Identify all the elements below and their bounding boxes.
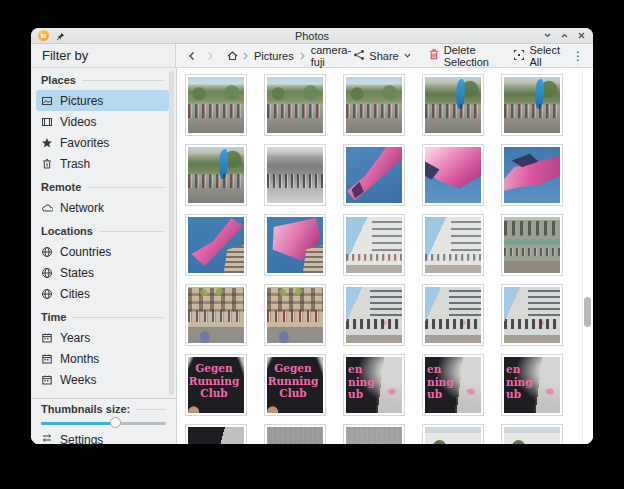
delete-selection-button[interactable]: Delete Selection [428, 44, 500, 68]
photo-thumbnail[interactable] [422, 424, 484, 444]
thumbnails-size-slider[interactable] [41, 417, 166, 429]
grid-scrollbar[interactable] [584, 297, 591, 327]
photo-thumbnail[interactable] [185, 214, 247, 276]
photo-street-crowd [504, 287, 560, 343]
slider-handle[interactable] [110, 417, 121, 428]
photo-thumbnail[interactable] [343, 144, 405, 206]
sidebar-item-videos[interactable]: Videos [36, 111, 169, 132]
minimize-button[interactable] [543, 31, 552, 40]
toolbar: Pictures camera-fuji Share Delete Select… [176, 44, 593, 67]
photo-thumbnail[interactable] [185, 144, 247, 206]
photo-thumbnail[interactable] [343, 424, 405, 444]
share-button[interactable]: Share [353, 49, 411, 63]
settings-icon [41, 432, 53, 444]
sidebar-item-network[interactable]: Network [36, 197, 169, 218]
photo-thumbnail[interactable] [185, 284, 247, 346]
settings-button[interactable]: Settings [41, 432, 166, 444]
photo-crowd-park [346, 77, 402, 133]
sidebar-item-days[interactable]: Days [36, 390, 169, 396]
sidebar-item-weeks[interactable]: Weeks [36, 369, 169, 390]
photo-thumbnail[interactable] [422, 74, 484, 136]
photo-beige-runners [188, 287, 244, 343]
sidebar-item-cities[interactable]: Cities [36, 283, 169, 304]
photo-thumbnail[interactable]: en ning ub [501, 354, 563, 416]
photo-thumbnail[interactable] [264, 144, 326, 206]
sidebar-item-label: Weeks [60, 373, 96, 387]
photo-thumbnail[interactable] [185, 74, 247, 136]
breadcrumb-camera-fuji[interactable]: camera-fuji [311, 44, 352, 68]
photo-crowd-park [267, 77, 323, 133]
photo-thumbnail[interactable] [501, 74, 563, 136]
photo-building-trees [425, 427, 481, 444]
sidebar-item-states[interactable]: States [36, 262, 169, 283]
photo-thumbnail[interactable] [422, 144, 484, 206]
photo-thumbnail[interactable] [343, 284, 405, 346]
sidebar-bottom-panel: Thumbnails size: Settings [31, 398, 176, 444]
calendar-icon [41, 374, 53, 386]
sidebar-item-trash[interactable]: Trash [36, 153, 169, 174]
sidebar-item-years[interactable]: Years [36, 327, 169, 348]
filter-by-label: Filter by [42, 48, 88, 63]
titlebar[interactable]: Photos [31, 28, 593, 44]
sidebar-item-favorites[interactable]: Favorites [36, 132, 169, 153]
photo-thumbnail[interactable] [264, 214, 326, 276]
star-icon [41, 137, 53, 149]
select-all-button[interactable]: Select All [513, 44, 560, 68]
photo-pink-swirl [425, 147, 481, 203]
sidebar-item-label: Countries [60, 245, 111, 259]
section-title-remote: Remote [41, 179, 164, 195]
photo-runners-flag [188, 147, 244, 203]
photo-thumbnail[interactable] [264, 424, 326, 444]
photo-thumbnail[interactable] [343, 214, 405, 276]
sidebar-scrollbar[interactable] [169, 71, 174, 395]
photo-thumbnail[interactable] [422, 214, 484, 276]
photo-street-building [346, 217, 402, 273]
sidebar-item-label: States [60, 266, 94, 280]
sidebar-item-label: Network [60, 201, 104, 215]
photo-thumbnail[interactable] [501, 284, 563, 346]
photo-shirt-part: en ning ub [346, 357, 402, 413]
home-button[interactable] [226, 49, 239, 62]
photo-thumbnail[interactable]: Gegen Running Club [264, 354, 326, 416]
photo-thumbnail[interactable]: en ning ub [343, 354, 405, 416]
slider-fill [41, 422, 116, 425]
photo-thumbnail[interactable] [264, 74, 326, 136]
close-button[interactable] [577, 31, 586, 40]
photo-thumbnail[interactable]: en ning ub [422, 354, 484, 416]
globe-icon [41, 267, 53, 279]
photo-thumbnail[interactable] [501, 144, 563, 206]
photo-thumbnail[interactable] [343, 74, 405, 136]
forward-button[interactable] [204, 50, 216, 62]
photo-thumbnail[interactable] [422, 284, 484, 346]
select-all-icon [513, 49, 525, 63]
sidebar-item-label: Days [60, 394, 87, 397]
sidebar-item-countries[interactable]: Countries [36, 241, 169, 262]
sidebar-item-months[interactable]: Months [36, 348, 169, 369]
photo-shirt-full: Gegen Running Club [267, 357, 323, 413]
back-button[interactable] [186, 50, 198, 62]
photo-pink-band [346, 147, 402, 203]
photo-thumbnail[interactable] [185, 424, 247, 444]
photo-thumbnail[interactable] [501, 214, 563, 276]
photo-thumbnail[interactable] [264, 284, 326, 346]
photo-street-building [425, 217, 481, 273]
sidebar-item-label: Cities [60, 287, 90, 301]
breadcrumb-pictures[interactable]: Pictures [254, 50, 294, 62]
scrollbar-track-line [582, 68, 583, 444]
sidebar-item-pictures[interactable]: Pictures [36, 90, 169, 111]
window-title: Photos [31, 30, 593, 42]
photo-street-crowd [425, 287, 481, 343]
section-title-places: Places [41, 72, 164, 88]
maximize-button[interactable] [560, 31, 569, 40]
photo-thumbnail[interactable] [501, 424, 563, 444]
photo-asphalt-pink [346, 427, 402, 444]
sidebar-item-label: Years [60, 331, 90, 345]
overflow-menu-button[interactable]: ⋮ [572, 50, 584, 62]
photo-building-trees [504, 427, 560, 444]
photos-window: Photos Filter by [31, 28, 593, 444]
app-logo-icon [38, 30, 49, 41]
photo-crowd-park [188, 77, 244, 133]
photo-thumbnail[interactable]: Gegen Running Club [185, 354, 247, 416]
sidebar: Places Pictures Videos Favorites Trash [31, 68, 177, 444]
sidebar-item-label: Months [60, 352, 99, 366]
